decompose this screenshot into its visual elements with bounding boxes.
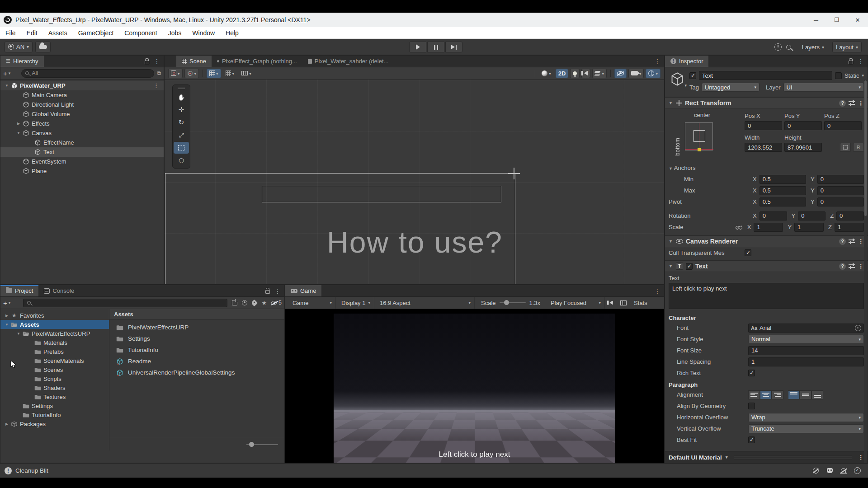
project-tree-row[interactable]: Prefabs: [0, 347, 109, 356]
name-field[interactable]: Text: [699, 71, 832, 80]
panel-menu-icon[interactable]: [274, 287, 281, 295]
anchor-max-y-field[interactable]: 0: [817, 186, 864, 195]
label-filter-icon[interactable]: [251, 299, 258, 306]
tab-hierarchy[interactable]: ☰ Hierarchy: [0, 56, 44, 67]
menu-item[interactable]: GameObject: [73, 27, 119, 39]
static-checkbox[interactable]: [835, 72, 842, 79]
background-tasks-icon[interactable]: [854, 467, 861, 474]
panel-menu-icon[interactable]: [654, 287, 660, 295]
grid-snap-toggle[interactable]: [207, 69, 221, 78]
align-by-geometry-checkbox[interactable]: [748, 403, 755, 409]
tab-project[interactable]: Project: [0, 285, 38, 296]
align-top-button[interactable]: [788, 390, 800, 399]
effects-dropdown[interactable]: [592, 69, 607, 78]
active-checkbox[interactable]: [689, 72, 696, 79]
presets-icon[interactable]: [849, 100, 855, 106]
component-enabled-checkbox[interactable]: [686, 263, 693, 270]
object-picker-icon[interactable]: [855, 325, 861, 331]
scale-z-field[interactable]: 1: [835, 223, 864, 232]
scene-viewport[interactable]: How to use?: [165, 80, 664, 284]
search-in-window-icon[interactable]: [232, 300, 237, 305]
expand-arrow-icon[interactable]: ▼: [15, 332, 22, 336]
presets-icon[interactable]: [849, 263, 855, 269]
rect-gizmo-icon[interactable]: [508, 168, 520, 179]
row-menu-icon[interactable]: [153, 82, 164, 89]
tab-shader[interactable]: Pixel_Water_sahder (delet...: [302, 56, 394, 67]
menu-item[interactable]: Component: [119, 27, 162, 39]
line-spacing-field[interactable]: 1: [748, 357, 864, 366]
menu-item[interactable]: Jobs: [163, 27, 187, 39]
rotation-x-field[interactable]: 0: [760, 211, 787, 221]
scene-visibility-toggle[interactable]: [614, 69, 627, 78]
hierarchy-row[interactable]: Directional Light: [0, 100, 164, 109]
asset-row[interactable]: Settings: [109, 333, 284, 344]
project-tree-row[interactable]: SceneMaterials: [0, 356, 109, 365]
notifications-off-icon[interactable]: [841, 468, 846, 473]
pause-button[interactable]: [427, 42, 444, 52]
move-tool-button[interactable]: [174, 104, 189, 116]
menu-item[interactable]: Help: [220, 27, 244, 39]
rect-transform-header[interactable]: ▼ Rect Transform: [665, 97, 868, 109]
pivot-x-field[interactable]: 0.5: [760, 197, 806, 206]
lock-icon[interactable]: [849, 61, 853, 64]
static-dropdown-icon[interactable]: ▾: [862, 73, 864, 78]
expand-arrow-icon[interactable]: ▶: [3, 314, 10, 318]
expand-arrow-icon[interactable]: ▶: [3, 422, 10, 426]
pos-z-field[interactable]: 0: [824, 121, 862, 130]
hidden-packages-toggle[interactable]: 5: [271, 300, 282, 306]
tag-dropdown[interactable]: Untagged: [702, 83, 760, 92]
foldout-icon[interactable]: ▼: [669, 264, 673, 268]
expand-arrow-icon[interactable]: ▼: [15, 131, 22, 135]
anchor-min-y-field[interactable]: 0: [817, 175, 864, 184]
panel-menu-icon[interactable]: [154, 57, 160, 66]
burst-off-icon[interactable]: [813, 468, 819, 474]
display-dropdown[interactable]: Display 1: [338, 297, 374, 309]
camera-settings-dropdown[interactable]: [628, 69, 644, 78]
project-tree-row[interactable]: TutorialInfo: [0, 410, 109, 419]
create-asset-button[interactable]: [3, 299, 10, 307]
tab-shadergraph[interactable]: PixelEffect_Graph (nothing...: [212, 56, 302, 67]
align-center-button[interactable]: [760, 390, 772, 399]
raw-mode-button[interactable]: R: [853, 143, 864, 152]
project-tree-row[interactable]: Textures: [0, 392, 109, 401]
hierarchy-row[interactable]: EventSystem: [0, 157, 164, 166]
hierarchy-row[interactable]: ▶ Effects: [0, 119, 164, 128]
menu-item[interactable]: Assets: [43, 27, 73, 39]
menu-item[interactable]: Edit: [21, 27, 43, 39]
project-tree-row[interactable]: ▼ PixelWaterEffectsURP: [0, 329, 109, 338]
expand-arrow-icon[interactable]: ▼: [3, 84, 10, 88]
tab-scene[interactable]: Scene: [176, 56, 212, 67]
overlay-drag-handle[interactable]: [178, 88, 185, 89]
canvas-renderer-header[interactable]: ▼ Canvas Renderer: [665, 235, 868, 247]
hierarchy-row[interactable]: ▼ PixelWater_URP: [0, 81, 164, 90]
rotate-tool-button[interactable]: [174, 117, 189, 128]
panel-menu-icon[interactable]: [858, 57, 864, 66]
project-tree-row[interactable]: ▶ Packages: [0, 419, 109, 428]
aspect-dropdown[interactable]: 16:9 Aspect: [376, 297, 475, 309]
gameobject-type-icon[interactable]: ▾: [669, 70, 686, 88]
vertical-overflow-dropdown[interactable]: Truncate: [748, 424, 864, 433]
align-middle-button[interactable]: [800, 390, 811, 399]
foldout-icon[interactable]: ▼: [669, 239, 673, 244]
text-value-field[interactable]: Left click to play next: [669, 283, 864, 309]
material-foldout-icon[interactable]: ▼: [725, 455, 729, 460]
inspector-scrollbar[interactable]: [864, 80, 867, 463]
layers-dropdown[interactable]: Layers: [798, 42, 828, 52]
help-icon[interactable]: [839, 238, 846, 245]
project-tree-row[interactable]: Scenes: [0, 365, 109, 374]
view-tool-button[interactable]: [174, 91, 189, 103]
scale-tool-button[interactable]: [174, 129, 189, 141]
scale-y-field[interactable]: 1: [794, 223, 824, 232]
game-viewport[interactable]: Left click to play next: [285, 309, 664, 463]
presets-icon[interactable]: [849, 239, 855, 244]
tool-settings-dropdown[interactable]: [168, 69, 183, 78]
audio-toggle[interactable]: [581, 69, 590, 78]
vsync-toggle[interactable]: [618, 298, 629, 308]
transform-tool-button[interactable]: [174, 155, 189, 166]
lock-icon[interactable]: [265, 290, 270, 294]
expand-arrow-icon[interactable]: ▶: [15, 122, 22, 126]
pos-y-field[interactable]: 0: [784, 121, 822, 130]
project-tree-row[interactable]: ▶ Favorites: [0, 311, 109, 320]
component-menu-icon[interactable]: [858, 99, 864, 107]
undo-history-icon[interactable]: [774, 43, 782, 51]
